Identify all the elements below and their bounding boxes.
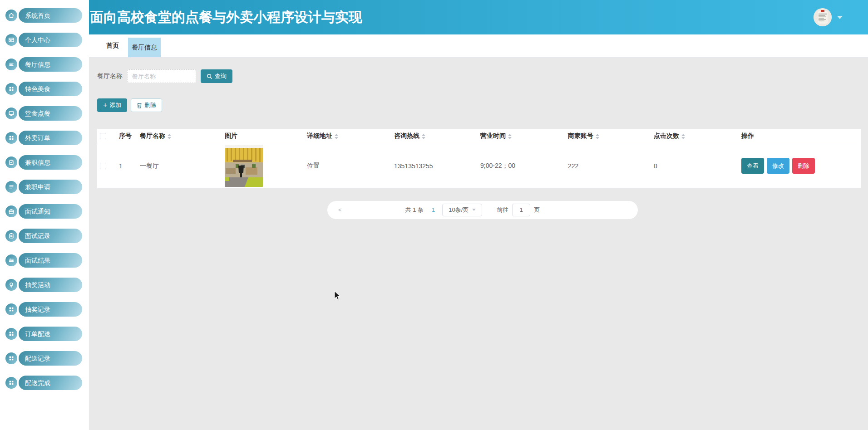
- sidebar-item-interview-notice[interactable]: 面试通知: [0, 204, 89, 219]
- avatar[interactable]: [814, 8, 832, 26]
- row-actions: 查看 修改 删除: [741, 158, 861, 174]
- column-header-name: 餐厅名称: [140, 129, 225, 144]
- sidebar-item-delivery-records[interactable]: 配送记录: [0, 351, 89, 366]
- sidebar-item-system-home[interactable]: 系统首页: [0, 8, 89, 23]
- select-all-checkbox[interactable]: [100, 133, 106, 139]
- sidebar-item-parttime-apply[interactable]: 兼职申请: [0, 180, 89, 194]
- row-checkbox[interactable]: [100, 163, 106, 169]
- pagination: < 共 1 条 1 10条/页 前往 页: [327, 201, 638, 219]
- sidebar-item-restaurant-info[interactable]: 餐厅信息: [0, 57, 89, 72]
- app-root: 系统首页 个人中心 餐厅信息 特色美食 堂食点餐: [0, 0, 868, 430]
- search-button[interactable]: 查询: [201, 69, 232, 83]
- sidebar-item-label: 订单配送: [19, 327, 82, 341]
- edit-button[interactable]: 修改: [767, 158, 789, 174]
- sidebar-item-order-delivery[interactable]: 订单配送: [0, 327, 89, 341]
- sort-toggle[interactable]: [335, 134, 338, 139]
- sidebar-item-label: 抽奖活动: [19, 278, 82, 292]
- sidebar-item-interview-records[interactable]: 面试记录: [0, 229, 89, 243]
- grid-icon: [5, 303, 17, 315]
- sort-toggle[interactable]: [596, 134, 599, 139]
- sidebar-item-label: 外卖订单: [19, 131, 82, 145]
- restaurant-photo[interactable]: [225, 145, 263, 187]
- sort-toggle[interactable]: [508, 134, 512, 139]
- sidebar-item-label: 个人中心: [19, 33, 82, 47]
- sidebar-item-label: 抽奖记录: [19, 302, 82, 317]
- tab-home[interactable]: 首页: [97, 34, 128, 57]
- page-title: 面向高校食堂的点餐与外卖小程序设计与实现: [90, 8, 362, 27]
- cell-hotline: 13513513255: [394, 144, 480, 188]
- sidebar-item-special-food[interactable]: 特色美食: [0, 82, 89, 96]
- page-size-select[interactable]: 10条/页: [442, 204, 482, 216]
- table-row: 1 一餐厅: [97, 144, 861, 188]
- trash-icon: [137, 103, 142, 108]
- sidebar-item-lottery-activity[interactable]: 抽奖活动: [0, 278, 89, 292]
- grid-icon: [5, 328, 17, 340]
- sidebar-item-label: 兼职申请: [19, 180, 82, 194]
- goto-suffix: 页: [534, 206, 540, 214]
- grid-icon: [5, 83, 17, 95]
- column-header-actions: 操作: [741, 129, 861, 144]
- user-menu[interactable]: [814, 8, 843, 26]
- monitor-icon: [5, 108, 17, 119]
- menu-lines-icon: [5, 181, 17, 193]
- tab-bar: 首页 餐厅信息: [89, 34, 868, 58]
- sidebar-item-lottery-records[interactable]: 抽奖记录: [0, 302, 89, 317]
- sidebar-item-parttime-info[interactable]: 兼职信息: [0, 155, 89, 170]
- sidebar-item-takeout-orders[interactable]: 外卖订单: [0, 131, 89, 145]
- sidebar-item-label: 堂食点餐: [19, 106, 82, 121]
- view-button[interactable]: 查看: [741, 158, 764, 174]
- column-header-address: 详细地址: [307, 129, 394, 144]
- sliders-icon: [5, 254, 17, 266]
- app-header: 面向高校食堂的点餐与外卖小程序设计与实现: [89, 0, 868, 34]
- plus-icon: +: [103, 102, 107, 109]
- cell-index: 1: [119, 144, 140, 188]
- toolbar: + 添加 删除: [97, 98, 861, 112]
- sidebar-item-delivery-complete[interactable]: 配送完成: [0, 376, 89, 390]
- sidebar-item-dine-in-order[interactable]: 堂食点餐: [0, 106, 89, 121]
- cell-clicks: 0: [654, 144, 741, 188]
- page-number-button[interactable]: 1: [432, 206, 435, 213]
- id-card-icon: [5, 34, 17, 46]
- sidebar-item-label: 兼职信息: [19, 155, 82, 170]
- sidebar-item-label: 系统首页: [19, 8, 82, 23]
- cell-address: 位置: [307, 144, 394, 188]
- chevron-down-icon: [472, 209, 476, 211]
- sidebar-item-label: 配送完成: [19, 376, 82, 390]
- column-header-account: 商家账号: [568, 129, 654, 144]
- cell-account: 222: [568, 144, 654, 188]
- sidebar-item-label: 餐厅信息: [19, 57, 82, 72]
- delete-button[interactable]: 删除: [131, 98, 162, 112]
- pagination-total: 共 1 条: [405, 206, 424, 214]
- add-button[interactable]: + 添加: [97, 98, 127, 112]
- table-header-row: 序号 餐厅名称 图片 详细地址 咨询热线 营业时间 商家账号 点击次数 操作: [97, 129, 861, 144]
- goto-label: 前往: [497, 206, 508, 214]
- clipboard-check-icon: [5, 156, 17, 168]
- sort-toggle[interactable]: [422, 134, 425, 139]
- column-header-clicks: 点击次数: [654, 129, 741, 144]
- prev-page-button[interactable]: <: [338, 206, 342, 213]
- column-header-hotline: 咨询热线: [394, 129, 480, 144]
- search-bar: 餐厅名称 查询: [97, 69, 861, 83]
- sort-toggle[interactable]: [168, 134, 171, 139]
- cell-hours: 9;00-22；00: [480, 144, 568, 188]
- sort-toggle[interactable]: [681, 134, 685, 139]
- lightbulb-icon: [5, 279, 17, 291]
- sidebar-item-label: 面试通知: [19, 204, 82, 219]
- content-area: 餐厅名称 查询 + 添加 删: [89, 58, 868, 430]
- sidebar-item-personal-center[interactable]: 个人中心: [0, 33, 89, 47]
- tab-restaurant-info[interactable]: 餐厅信息: [128, 38, 161, 57]
- search-icon: [207, 73, 212, 79]
- sidebar-item-label: 特色美食: [19, 82, 82, 96]
- delete-button-label: 删除: [144, 101, 156, 109]
- restaurant-table: 序号 餐厅名称 图片 详细地址 咨询热线 营业时间 商家账号 点击次数 操作: [97, 129, 861, 188]
- chevron-down-icon[interactable]: [837, 16, 843, 19]
- briefcase-icon: [5, 205, 17, 217]
- grid-icon: [5, 132, 17, 144]
- sidebar-item-label: 配送记录: [19, 351, 82, 366]
- add-button-label: 添加: [109, 101, 121, 109]
- sidebar-item-interview-results[interactable]: 面试结果: [0, 253, 89, 268]
- goto-page-input[interactable]: [512, 204, 530, 216]
- search-button-label: 查询: [215, 72, 227, 80]
- search-input[interactable]: [127, 69, 196, 83]
- row-delete-button[interactable]: 删除: [792, 158, 815, 174]
